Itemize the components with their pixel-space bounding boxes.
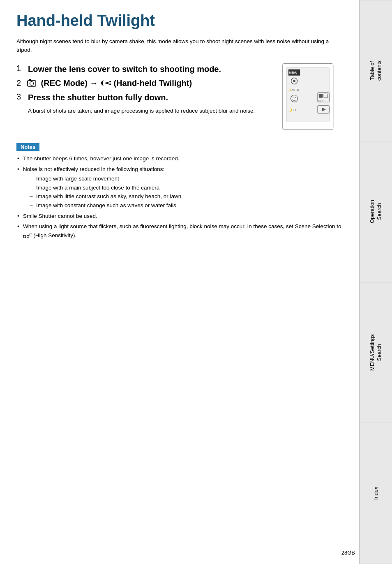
sidebar-tab-index-label: Index [373,487,380,500]
twilight-text: (Hand-held Twilight) [113,79,192,88]
step-3-subtext: A burst of shots are taken, and image pr… [28,107,269,115]
svg-point-16 [293,97,293,98]
note-2: Noise is not effectively reduced in the … [16,165,343,210]
svg-text:OFF: OFF [291,109,297,111]
svg-point-12 [293,80,295,82]
notes-label: Notes [16,143,39,151]
notes-list: The shutter beeps 6 times, however just … [16,154,343,240]
sidebar-tab-index[interactable]: Index [359,423,392,564]
step-2-number: 2 [16,79,25,88]
step-1-text: Lower the lens cover to switch to shooti… [28,64,221,74]
camera-diagram-svg: MENU ⚡ AUTO 🌙 OFF [277,60,343,134]
note-3: Smile Shutter cannot be used. [16,212,343,221]
high-sens-icon: ISO□ [23,232,33,237]
sub-note-1: Image with large-scale movement [30,174,343,183]
page-number: 28GB [341,550,355,556]
rec-mode-icon: i [27,79,36,87]
svg-text:SCN: SCN [318,99,323,102]
camera-icon: i [27,79,36,87]
svg-text:MENU: MENU [289,71,297,74]
sub-note-3: Image with little contrast such as sky, … [30,192,343,201]
twilight-symbol [100,79,112,88]
svg-rect-2 [29,79,31,81]
step-2: 2 i (REC Mode) → [16,79,269,88]
sidebar-tab-menu-settings[interactable]: MENU/SettingsSearch [359,282,392,423]
steps-container: 1 Lower the lens cover to switch to shoo… [16,64,343,135]
sub-note-2: Image with a main subject too close to t… [30,183,343,192]
notes-section: Notes The shutter beeps 6 times, however… [16,143,343,240]
intro-text: Although night scenes tend to blur by ca… [16,37,343,55]
steps-left: 1 Lower the lens cover to switch to shoo… [16,64,269,118]
step-3-number: 3 [16,92,25,102]
svg-rect-21 [319,94,323,97]
camera-diagram: MENU ⚡ AUTO 🌙 OFF [277,60,343,135]
sidebar: Table ofcontents OperationSearch MENU/Se… [359,0,392,564]
svg-text:i: i [27,81,28,83]
note-4: When using a light source that flickers,… [16,222,343,240]
sidebar-tab-table-of-contents[interactable]: Table ofcontents [359,0,392,141]
step-2-label: (REC Mode) → [39,79,98,88]
step-3: 3 Press the shutter button fully down. [16,92,269,103]
step-1-number: 1 [16,64,25,73]
main-content: Hand-held Twilight Although night scenes… [0,0,359,258]
sidebar-tab-operation-search[interactable]: OperationSearch [359,141,392,282]
note-1: The shutter beeps 6 times, however just … [16,154,343,163]
svg-point-1 [30,82,34,86]
twilight-icon: (Hand-held Twilight) [100,79,192,88]
svg-text:AUTO: AUTO [291,88,299,91]
sub-note-4: Image with constant change such as waves… [30,201,343,210]
step-3-text: Press the shutter button fully down. [28,92,168,103]
sidebar-tab-menu-label: MENU/SettingsSearch [369,334,383,371]
svg-point-17 [295,97,296,98]
sidebar-tab-operation-label: OperationSearch [369,200,383,223]
page-title: Hand-held Twilight [16,12,343,30]
sidebar-tab-toc-label: Table ofcontents [369,60,383,81]
sub-notes-list: Image with large-scale movement Image wi… [30,174,343,210]
step-1: 1 Lower the lens cover to switch to shoo… [16,64,269,74]
